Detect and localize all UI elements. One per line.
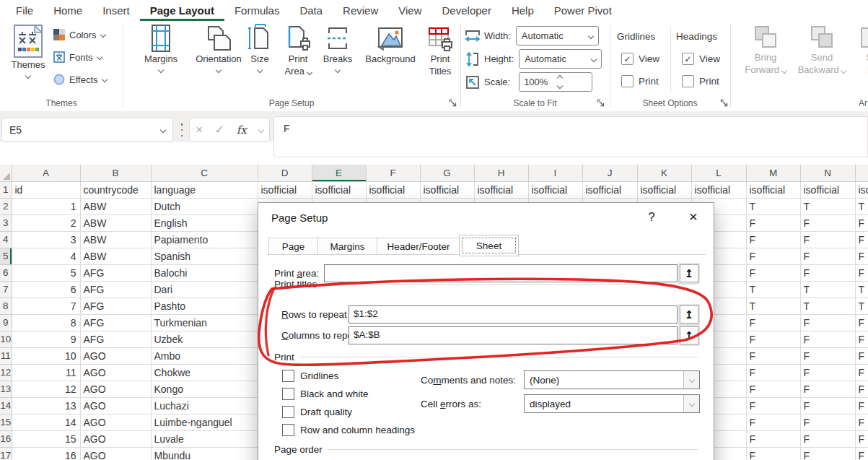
cell[interactable]: isofficial (420, 181, 474, 198)
print-titles-button[interactable]: Print Titles (421, 24, 459, 77)
headings-view-checkbox[interactable]: ✓ View (682, 53, 720, 65)
cell[interactable]: 1 (12, 198, 80, 214)
rows-to-repeat-field[interactable]: $1:$2 (348, 305, 678, 324)
ribbon-tab-data[interactable]: Data (289, 0, 333, 21)
column-header[interactable]: E (312, 165, 366, 181)
ribbon-tab-page-layout[interactable]: Page Layout (140, 0, 224, 21)
row-header[interactable]: 11 (0, 347, 12, 364)
column-header[interactable]: B (80, 165, 151, 181)
cell[interactable]: F (855, 248, 868, 264)
column-header[interactable]: N (800, 165, 855, 181)
cell[interactable]: Pashto (151, 298, 258, 314)
cell[interactable]: F (855, 430, 868, 447)
cell[interactable]: AGO (80, 397, 151, 414)
combobox-dropdown-button[interactable] (683, 371, 699, 389)
cell[interactable]: language (151, 181, 258, 198)
cell[interactable]: F (746, 231, 800, 248)
tab-page[interactable]: Page (268, 238, 318, 255)
column-header[interactable]: M (746, 165, 800, 181)
cell[interactable]: F (800, 364, 855, 381)
breaks-button[interactable]: Breaks (317, 24, 358, 72)
cell[interactable]: Dari (151, 281, 258, 298)
cell[interactable]: T (855, 281, 868, 298)
cell[interactable]: isofficial (746, 181, 800, 198)
draft-quality-checkbox[interactable]: Draft quality (282, 406, 352, 418)
row-header[interactable]: 9 (0, 314, 12, 331)
cell[interactable]: 6 (12, 281, 80, 298)
send-backward-button[interactable]: Send Backward (798, 25, 846, 76)
cell[interactable]: F (855, 314, 868, 331)
tab-header-footer[interactable]: Header/Footer (377, 238, 460, 255)
gridlines-print-checkbox[interactable]: Print (621, 75, 659, 87)
cell[interactable]: F (746, 248, 800, 264)
row-header[interactable]: 6 (0, 264, 12, 281)
ribbon-tab-power-pivot[interactable]: Power Pivot (544, 0, 622, 21)
cell[interactable]: T (800, 281, 855, 298)
column-header[interactable]: J (582, 165, 637, 181)
cell[interactable]: F (746, 447, 800, 460)
ribbon-tab-insert[interactable]: Insert (92, 0, 140, 21)
column-header[interactable]: C (151, 165, 258, 181)
kebab-menu-icon[interactable] (180, 123, 184, 136)
cell[interactable]: AFG (80, 331, 151, 347)
headings-print-checkbox[interactable]: Print (682, 75, 719, 87)
fonts-button[interactable]: Fonts (53, 48, 107, 66)
column-header[interactable]: K (637, 165, 691, 181)
cell[interactable]: F (746, 414, 800, 430)
cell[interactable]: isofficial (366, 181, 420, 198)
row-header[interactable]: 14 (0, 397, 12, 414)
ribbon-tab-help[interactable]: Help (501, 0, 544, 21)
cell[interactable]: isofficial (800, 181, 855, 198)
cell[interactable]: isofficial (258, 181, 312, 198)
cell[interactable]: ABW (80, 231, 151, 248)
cell[interactable]: Turkmenian (151, 314, 258, 331)
height-combobox[interactable]: Automatic (519, 49, 602, 69)
cell[interactable]: T (746, 298, 800, 314)
column-header[interactable]: L (691, 165, 746, 181)
row-header[interactable]: 16 (0, 430, 12, 447)
column-header[interactable]: D (258, 165, 312, 181)
cell[interactable]: Dutch (151, 198, 258, 214)
ribbon-tab-review[interactable]: Review (333, 0, 388, 21)
cell[interactable]: Luchazi (151, 397, 258, 414)
row-header[interactable]: 12 (0, 364, 12, 381)
cell[interactable]: F (746, 331, 800, 347)
row-header[interactable]: 5 (0, 248, 12, 264)
cell-errors-as-combobox[interactable]: displayed (524, 394, 700, 413)
cell[interactable]: F (855, 397, 868, 414)
select-all-corner[interactable] (0, 165, 12, 181)
dialog-help-button[interactable]: ? (641, 207, 662, 227)
print-area-button[interactable]: Print Area (279, 24, 317, 77)
cell[interactable]: isofficial (528, 181, 582, 198)
cell[interactable]: Chokwe (151, 364, 258, 381)
formula-input[interactable]: F (273, 116, 868, 157)
cell[interactable]: Kongo (151, 381, 258, 397)
cell[interactable]: 15 (12, 430, 80, 447)
column-header[interactable] (855, 165, 868, 181)
cell[interactable]: AFG (80, 281, 151, 298)
cell[interactable]: AGO (80, 381, 151, 397)
cell[interactable]: Papiamento (151, 231, 258, 248)
combobox-dropdown-button[interactable] (683, 395, 699, 412)
black-and-white-checkbox[interactable]: Black and white (282, 388, 369, 400)
cell[interactable]: F (855, 264, 868, 281)
cell[interactable]: Ambo (151, 347, 258, 364)
width-combobox[interactable]: Automatic (516, 26, 599, 45)
cell[interactable]: isofficial (691, 181, 746, 198)
cell[interactable]: 3 (12, 231, 80, 248)
cell[interactable]: F (800, 447, 855, 460)
cell[interactable]: T (855, 198, 868, 214)
column-header[interactable]: I (528, 165, 582, 181)
cell[interactable]: 12 (12, 381, 80, 397)
cell[interactable]: F (855, 331, 868, 347)
cell[interactable]: 11 (12, 364, 80, 381)
cell[interactable]: F (800, 430, 855, 447)
cell[interactable]: F (746, 347, 800, 364)
scale-to-fit-dialog-launcher[interactable] (595, 97, 605, 108)
spinner-buttons[interactable] (558, 76, 562, 88)
cell[interactable]: Spanish (151, 248, 258, 264)
cell[interactable]: Luvale (151, 430, 258, 447)
cell[interactable]: AGO (80, 430, 151, 447)
cell[interactable]: ABW (80, 214, 151, 231)
name-box[interactable]: E5 (1, 118, 173, 142)
